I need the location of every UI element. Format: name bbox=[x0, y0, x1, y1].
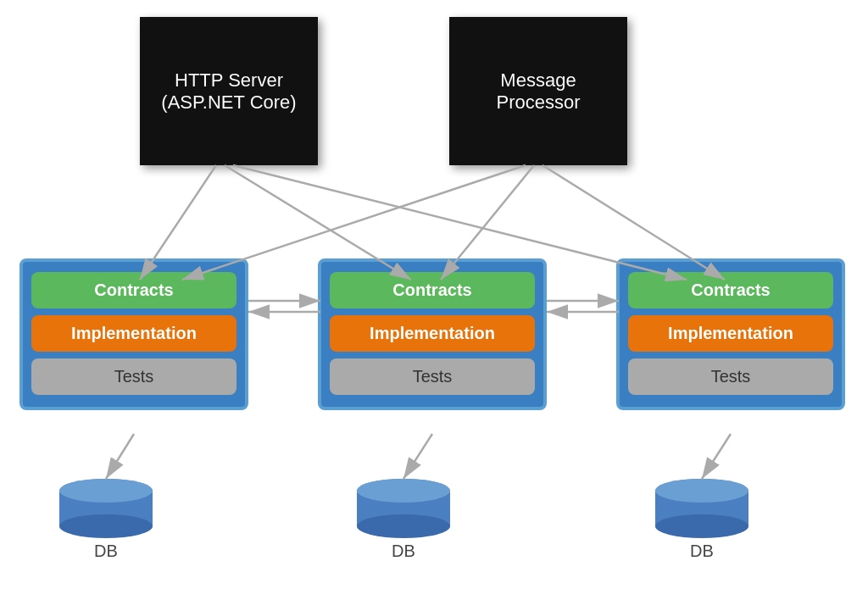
tests-layer-right: Tests bbox=[628, 358, 833, 395]
svg-point-7 bbox=[357, 479, 450, 503]
svg-line-23 bbox=[106, 434, 134, 479]
db-cylinder-center bbox=[353, 479, 454, 538]
architecture-diagram: HTTP Server (ASP.NET Core) Message Proce… bbox=[0, 0, 868, 611]
db-cylinder-right bbox=[651, 479, 753, 538]
tests-layer-left: Tests bbox=[31, 358, 236, 395]
contracts-layer-left: Contracts bbox=[31, 272, 236, 308]
svg-line-25 bbox=[702, 434, 731, 479]
db-label-center: DB bbox=[392, 542, 415, 561]
message-processor-label-line1: Message bbox=[496, 69, 580, 92]
db-cylinder-left bbox=[55, 479, 157, 538]
db-label-right: DB bbox=[690, 542, 714, 561]
message-processor-box: Message Processor bbox=[449, 17, 627, 165]
svg-point-3 bbox=[59, 479, 153, 503]
tests-layer-center: Tests bbox=[330, 358, 535, 395]
db-center: DB bbox=[353, 479, 454, 561]
svg-point-11 bbox=[655, 479, 748, 503]
db-right: DB bbox=[651, 479, 753, 561]
implementation-layer-center: Implementation bbox=[330, 315, 535, 352]
svg-point-10 bbox=[655, 514, 748, 538]
http-server-box: HTTP Server (ASP.NET Core) bbox=[140, 17, 318, 165]
implementation-layer-right: Implementation bbox=[628, 315, 833, 352]
db-left: DB bbox=[55, 479, 157, 561]
module-right: Contracts Implementation Tests bbox=[616, 258, 845, 410]
implementation-layer-left: Implementation bbox=[31, 315, 236, 352]
svg-point-2 bbox=[59, 514, 153, 538]
message-processor-label-line2: Processor bbox=[496, 92, 580, 114]
db-label-left: DB bbox=[94, 542, 118, 561]
module-left: Contracts Implementation Tests bbox=[19, 258, 248, 410]
module-center: Contracts Implementation Tests bbox=[318, 258, 547, 410]
svg-line-24 bbox=[403, 434, 432, 479]
contracts-layer-center: Contracts bbox=[330, 272, 535, 308]
http-server-label-line2: (ASP.NET Core) bbox=[161, 92, 296, 114]
http-server-label-line1: HTTP Server bbox=[161, 69, 296, 92]
contracts-layer-right: Contracts bbox=[628, 272, 833, 308]
svg-point-6 bbox=[357, 514, 450, 538]
